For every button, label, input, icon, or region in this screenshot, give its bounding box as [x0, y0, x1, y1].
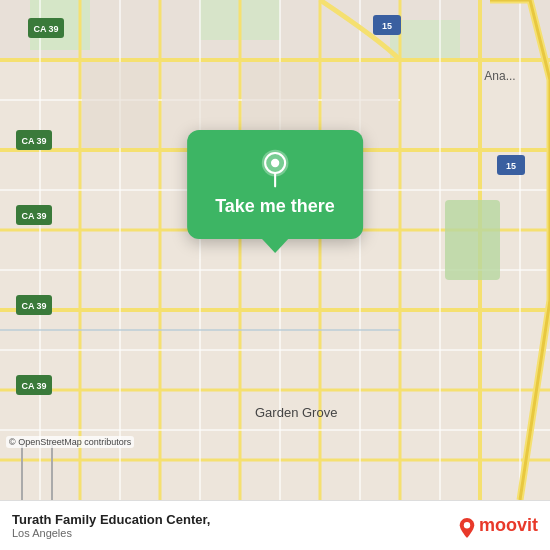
- svg-text:CA 39: CA 39: [33, 24, 58, 34]
- location-info: Turath Family Education Center, Los Ange…: [12, 512, 210, 539]
- svg-text:15: 15: [506, 161, 516, 171]
- moovit-logo: moovit: [459, 515, 538, 536]
- location-pin-icon: [255, 148, 295, 188]
- svg-text:CA 39: CA 39: [21, 136, 46, 146]
- svg-rect-50: [82, 62, 158, 148]
- svg-point-59: [271, 159, 279, 167]
- location-region: Los Angeles: [12, 527, 210, 539]
- svg-rect-49: [445, 200, 500, 280]
- map-container: CA 39 CA 39 CA 39 CA 39 CA 39 15 15 Ana.…: [0, 0, 550, 500]
- take-me-there-popup[interactable]: Take me there: [187, 130, 363, 239]
- svg-text:15: 15: [382, 21, 392, 31]
- svg-text:CA 39: CA 39: [21, 381, 46, 391]
- svg-point-60: [464, 522, 470, 528]
- take-me-label: Take me there: [215, 196, 335, 217]
- moovit-pin-icon: [459, 518, 475, 538]
- location-name: Turath Family Education Center,: [12, 512, 210, 527]
- bottom-bar: Turath Family Education Center, Los Ange…: [0, 500, 550, 550]
- moovit-logo-text: moovit: [479, 515, 538, 536]
- osm-credit: © OpenStreetMap contributors: [6, 436, 134, 448]
- svg-text:Ana...: Ana...: [484, 69, 515, 83]
- svg-text:CA 39: CA 39: [21, 211, 46, 221]
- garden-grove-label: Garden Grove: [255, 405, 337, 420]
- svg-text:CA 39: CA 39: [21, 301, 46, 311]
